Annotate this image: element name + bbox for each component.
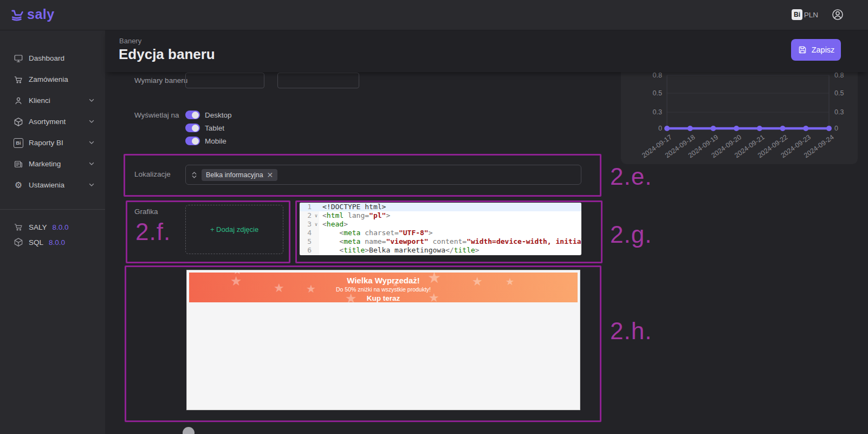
banner-title: Wielka Wyprzedaż! [189, 276, 578, 285]
page-title: Edycja baneru [119, 46, 215, 63]
mobile-toggle[interactable] [185, 137, 200, 145]
banner-height-input[interactable] [277, 73, 359, 88]
banner-cta-link[interactable]: Kup teraz [366, 294, 401, 302]
svg-text:0: 0 [834, 125, 838, 132]
saly-logo[interactable]: saly [10, 7, 55, 22]
sidebar-item-dashboard[interactable]: Dashboard [0, 48, 105, 69]
page-header: Banery Edycja baneru Zapisz [105, 30, 868, 72]
cart-icon [14, 222, 23, 232]
partial-toggle[interactable] [183, 427, 195, 434]
bi-currency-icon[interactable]: Bi [792, 9, 802, 20]
sidebar-footer: SALY 8.0.0 SQL 8.0.0 [0, 210, 105, 250]
product-name: SQL [29, 238, 43, 247]
code-line[interactable]: 1<!DOCTYPE html> [300, 203, 581, 211]
code-line[interactable]: 5 <meta name="viewport" content="width=d… [300, 237, 581, 246]
news-icon [14, 159, 23, 169]
version-badge: 8.0.0 [53, 223, 69, 231]
annotation-label-2f: 2.f. [135, 218, 171, 245]
desktop-toggle-label: Desktop [205, 111, 232, 119]
breadcrumb: Banery [119, 37, 141, 45]
remove-tag-icon[interactable]: ✕ [267, 171, 274, 179]
star-icon: ★ [392, 280, 399, 288]
svg-text:0: 0 [658, 125, 662, 132]
star-icon: ★ [429, 292, 439, 302]
sidebar-item-settings[interactable]: ⚙ Ustawienia [0, 174, 105, 196]
svg-text:0.3: 0.3 [653, 108, 662, 116]
add-image-label: + Dodaj zdjęcie [210, 225, 258, 234]
sidebar-item-label: Klienci [29, 96, 50, 105]
sidebar-nav: Dashboard Zamówienia Klienci [0, 30, 105, 196]
cube-icon [14, 117, 23, 127]
star-icon: ★ [274, 282, 284, 294]
star-icon: ★ [232, 273, 242, 276]
cart-logo-icon [10, 7, 25, 22]
gear-icon: ⚙ [14, 181, 23, 190]
locations-label: Lokalizacje [134, 170, 171, 178]
tablet-toggle[interactable] [185, 124, 200, 132]
locations-multiselect[interactable]: Belka informacyjna ✕ [185, 165, 581, 185]
chevron-down-icon [88, 181, 95, 189]
chevron-down-icon [88, 160, 95, 167]
svg-text:0.3: 0.3 [834, 108, 844, 116]
version-row-sql: SQL 8.0.0 [0, 235, 105, 250]
sort-handle-icon[interactable] [191, 171, 197, 179]
bi-icon: Bi [14, 138, 23, 148]
sidebar-item-bi-reports[interactable]: Bi Raporty BI [0, 132, 105, 153]
currency-label[interactable]: PLN [804, 11, 818, 19]
chevron-down-icon [88, 139, 95, 146]
version-row-saly: SALY 8.0.0 [0, 219, 105, 235]
cart-icon [14, 75, 23, 85]
svg-text:0.5: 0.5 [653, 89, 662, 97]
topbar: saly Bi PLN [0, 0, 868, 30]
logo-text: saly [27, 7, 55, 22]
sidebar-item-orders[interactable]: Zamówienia [0, 69, 105, 90]
star-icon: ★ [345, 292, 357, 302]
sidebar: Dashboard Zamówienia Klienci [0, 30, 105, 434]
traffic-chart[interactable]: 000.30.30.50.50.80.82024-09-172024-09-18… [621, 72, 858, 164]
banner-preview-frame: Wielka Wyprzedaż! Do 50% zniżki na wszys… [186, 270, 580, 410]
account-icon[interactable] [831, 8, 844, 21]
chevron-down-icon [88, 96, 95, 104]
html-code-editor[interactable]: 1<!DOCTYPE html>2∨<html lang="pl">3∨<hea… [300, 203, 581, 255]
star-icon: ★ [427, 273, 441, 286]
mobile-toggle-label: Mobile [205, 137, 226, 145]
star-icon: ★ [506, 277, 514, 287]
sidebar-item-label: Marketing [29, 160, 61, 168]
main-content: Wymiary baneru Wyświetlaj na Desktop Tab… [105, 72, 868, 434]
save-button[interactable]: Zapisz [791, 39, 841, 61]
code-line[interactable]: 6 <title>Belka marketingowa</title> [300, 246, 581, 255]
save-button-label: Zapisz [812, 46, 835, 54]
annotation-label-2e: 2.e. [610, 163, 652, 190]
sidebar-item-customers[interactable]: Klienci [0, 90, 105, 111]
sidebar-item-label: Asortyment [29, 118, 66, 126]
sidebar-item-assortment[interactable]: Asortyment [0, 111, 105, 132]
save-icon [798, 45, 807, 55]
banner-subtitle: Do 50% zniżki na wszystkie produkty! [189, 286, 578, 293]
code-lines: 1<!DOCTYPE html>2∨<html lang="pl">3∨<hea… [300, 203, 581, 255]
graphic-label: Grafika [134, 208, 158, 216]
banner-width-input[interactable] [185, 73, 264, 88]
svg-text:0.5: 0.5 [834, 89, 844, 97]
code-line[interactable]: 4 <meta charset="UTF-8"> [300, 229, 581, 237]
display-on-label: Wyświetlaj na [134, 111, 179, 119]
annotation-label-2g: 2.g. [610, 221, 652, 248]
app-window: saly Bi PLN Dashboard Zamówienia [0, 0, 868, 434]
user-icon [14, 96, 23, 106]
tablet-toggle-label: Tablet [205, 124, 224, 132]
desktop-toggle[interactable] [185, 111, 200, 119]
product-name: SALY [29, 223, 47, 231]
annotation-label-2h: 2.h. [610, 318, 652, 345]
monitor-icon [14, 54, 23, 63]
sidebar-item-label: Raporty BI [29, 139, 63, 147]
code-line[interactable]: 2∨<html lang="pl"> [300, 211, 581, 220]
svg-text:0.8: 0.8 [653, 72, 662, 79]
location-tag[interactable]: Belka informacyjna ✕ [202, 169, 277, 181]
traffic-chart-panel: 000.30.30.50.50.80.82024-09-172024-09-18… [621, 72, 858, 164]
code-line[interactable]: 3∨<head> [300, 220, 581, 229]
location-tag-label: Belka informacyjna [206, 171, 263, 179]
sidebar-item-label: Dashboard [29, 54, 64, 62]
sidebar-item-marketing[interactable]: Marketing [0, 153, 105, 174]
add-image-dropzone[interactable]: + Dodaj zdjęcie [185, 205, 283, 254]
svg-text:0.8: 0.8 [834, 72, 844, 79]
dimensions-label: Wymiary baneru [134, 76, 187, 85]
